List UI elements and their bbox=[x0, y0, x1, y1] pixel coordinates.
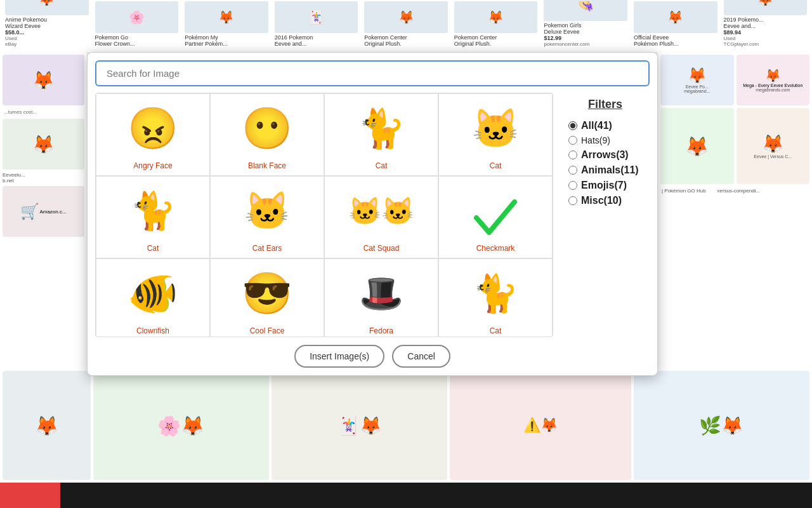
bottom-bar bbox=[0, 483, 812, 508]
grid-item-angry-face[interactable]: 😠 Angry Face bbox=[96, 93, 210, 176]
blank-face-image: 😶 bbox=[213, 99, 321, 157]
cat-ears-label: Cat Ears bbox=[252, 244, 282, 253]
cat2-image: 🐱 bbox=[442, 99, 549, 157]
image-search-modal: 😠 Angry Face 😶 Blank Face 🐈 Cat 🐱 Cat bbox=[87, 52, 658, 376]
cool-face-image: 😎 bbox=[213, 264, 321, 323]
filter-label-animals: Animals(11) bbox=[581, 164, 639, 176]
filter-radio-misc[interactable] bbox=[568, 196, 577, 205]
grid-item-cat1[interactable]: 🐈 Cat bbox=[324, 93, 438, 176]
search-bar bbox=[95, 60, 650, 86]
grid-item-fedora[interactable]: 🎩 Fedora bbox=[324, 258, 438, 337]
filters-panel: Filters All(41) Hats(9) Arrows(3) Animal… bbox=[561, 93, 650, 337]
cat-squad-label: Cat Squad bbox=[363, 244, 400, 253]
cat-squad-image: 🐱🐱 bbox=[327, 182, 435, 240]
filter-option-all[interactable]: All(41) bbox=[568, 120, 642, 131]
filter-option-emojis[interactable]: Emojis(7) bbox=[568, 180, 642, 191]
background-right: 🦊Eevee Po...megabrand... 🦊Mega - Every E… bbox=[658, 52, 812, 368]
cat1-label: Cat bbox=[376, 161, 388, 170]
bg-product-img: 🃏 bbox=[275, 1, 358, 33]
bg-product-img: 🦊 bbox=[724, 0, 808, 15]
bg-product: 🦊 Anime PokemouWizard Eevee $58.0... Use… bbox=[3, 0, 91, 50]
cat3-label: Cat bbox=[147, 244, 159, 253]
bg-product: 🌸 Pokemon GoFlower Crown... bbox=[93, 0, 181, 50]
bg-product: 🦊 2019 Pokemo...Eevee and... $89.94 Used… bbox=[721, 0, 810, 50]
bg-product-img: 🦊 bbox=[454, 1, 538, 33]
filter-radio-animals[interactable] bbox=[568, 166, 577, 175]
filter-label-hats: Hats(9) bbox=[581, 135, 610, 145]
bg-product-img: 👒 bbox=[544, 0, 627, 21]
angry-face-label: Angry Face bbox=[133, 161, 172, 170]
grid-item-cat2[interactable]: 🐱 Cat bbox=[438, 93, 553, 176]
cat1-image: 🐈 bbox=[327, 99, 435, 157]
bg-product: 👒 Pokemon GirlsDeluxe Eevee $12.99 pokem… bbox=[541, 0, 630, 50]
filters-title: Filters bbox=[568, 98, 642, 111]
filter-label-arrows: Arrows(3) bbox=[581, 149, 629, 161]
bg-product-img: 🦊 bbox=[5, 0, 89, 15]
filter-label-misc: Misc(10) bbox=[581, 195, 622, 206]
grid-item-cat4[interactable]: 🐈 Cat bbox=[438, 258, 553, 337]
clownfish-label: Clownfish bbox=[136, 326, 169, 335]
filter-label-emojis: Emojis(7) bbox=[581, 180, 627, 191]
filter-option-animals[interactable]: Animals(11) bbox=[568, 164, 642, 176]
grid-item-cool-face[interactable]: 😎 Cool Face bbox=[210, 258, 324, 337]
bg-product: 🦊 Pokemon CenterOriginal Plush. bbox=[362, 0, 450, 50]
filter-option-hats[interactable]: Hats(9) bbox=[568, 135, 642, 145]
filter-option-arrows[interactable]: Arrows(3) bbox=[568, 149, 642, 161]
checkmark-label: Checkmark bbox=[476, 244, 515, 253]
fedora-label: Fedora bbox=[369, 326, 393, 335]
checkmark-image bbox=[470, 196, 521, 240]
bg-product-img: 🌸 bbox=[95, 1, 179, 33]
insert-images-button[interactable]: Insert Image(s) bbox=[294, 345, 384, 368]
cool-face-label: Cool Face bbox=[250, 326, 285, 335]
image-grid-container[interactable]: 😠 Angry Face 😶 Blank Face 🐈 Cat 🐱 Cat bbox=[95, 93, 553, 337]
grid-item-cat-squad[interactable]: 🐱🐱 Cat Squad bbox=[324, 176, 438, 258]
bg-product: 🦊 Pokemon CenterOriginal Plush. bbox=[452, 0, 540, 50]
modal-content: 😠 Angry Face 😶 Blank Face 🐈 Cat 🐱 Cat bbox=[95, 93, 650, 337]
bg-product: 🦊 Official EeveePokémon Plush... bbox=[631, 0, 720, 50]
filter-label-all: All(41) bbox=[581, 120, 612, 131]
filter-radio-arrows[interactable] bbox=[568, 150, 577, 159]
cat4-image: 🐈 bbox=[442, 264, 549, 323]
grid-item-cat-ears[interactable]: 🐱 Cat Ears bbox=[210, 176, 324, 258]
grid-item-blank-face[interactable]: 😶 Blank Face bbox=[210, 93, 324, 176]
bg-product: 🦊 Pokémon MyPartner Pokém... bbox=[182, 0, 271, 50]
filter-radio-hats[interactable] bbox=[568, 136, 577, 145]
modal-footer: Insert Image(s) Cancel bbox=[95, 345, 650, 368]
cat3-image: 🐈 bbox=[99, 182, 207, 240]
fedora-image: 🎩 bbox=[327, 264, 435, 323]
bg-product-img: 🦊 bbox=[185, 1, 268, 33]
filter-option-misc[interactable]: Misc(10) bbox=[568, 195, 642, 206]
clownfish-image: 🐠 bbox=[99, 264, 207, 323]
cat4-label: Cat bbox=[490, 326, 502, 335]
bottom-bar-red-section bbox=[0, 483, 60, 508]
filter-radio-emojis[interactable] bbox=[568, 181, 577, 190]
image-grid: 😠 Angry Face 😶 Blank Face 🐈 Cat 🐱 Cat bbox=[96, 93, 553, 337]
background-left: 🦊 ...tumes cost... 🦊 Eeveelu...b.net 🛒Am… bbox=[0, 52, 87, 368]
cat2-label: Cat bbox=[490, 161, 502, 170]
search-input[interactable] bbox=[95, 60, 650, 86]
background-top: 🦊 Anime PokemouWizard Eevee $58.0... Use… bbox=[0, 0, 812, 52]
cancel-button[interactable]: Cancel bbox=[392, 345, 450, 368]
bg-product-img: 🦊 bbox=[364, 1, 448, 33]
grid-item-cat3[interactable]: 🐈 Cat bbox=[96, 176, 210, 258]
angry-face-image: 😠 bbox=[99, 99, 207, 157]
bg-product: 🃏 2016 PokemonEevee and... bbox=[272, 0, 361, 50]
grid-item-checkmark[interactable]: Checkmark bbox=[438, 176, 553, 258]
grid-item-clownfish[interactable]: 🐠 Clownfish bbox=[96, 258, 210, 337]
filter-radio-all[interactable] bbox=[568, 121, 577, 130]
background-bottom: 🦊 🌸🦊 🃏🦊 ⚠️🦊 🌿🦊 bbox=[0, 368, 812, 483]
cat-ears-image: 🐱 bbox=[213, 182, 321, 240]
bg-product-img: 🦊 bbox=[634, 1, 717, 33]
blank-face-label: Blank Face bbox=[248, 161, 286, 170]
